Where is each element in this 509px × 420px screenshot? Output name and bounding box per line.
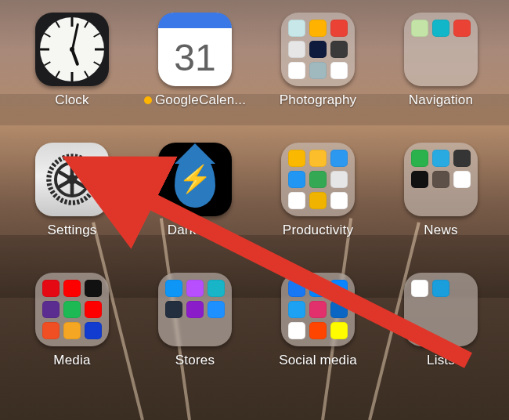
label-row: Settings [47,223,96,238]
app-item-navigation: Navigation [404,13,478,108]
app-label: Media [53,353,90,368]
app-label: Productivity [283,223,353,238]
label-row: Dark Sky [168,223,223,238]
label-row: Productivity [283,223,353,238]
svg-point-5 [67,175,77,184]
calendar-day: 31 [158,28,232,86]
app-item-photography: Photography [281,13,355,108]
media-folder[interactable] [35,273,109,346]
settings-app[interactable] [35,143,109,216]
notification-dot-icon [144,96,152,104]
label-row: Navigation [409,92,473,108]
app-label: GoogleCalen... [155,92,246,108]
label-row: GoogleCalen... [144,92,246,108]
label-row: Clock [55,92,89,108]
photography-folder[interactable] [281,13,355,86]
news-folder[interactable] [404,143,478,216]
app-item-media: Media [35,273,109,368]
app-label: Navigation [409,92,473,108]
app-label: Social media [279,353,357,368]
app-item-news: News [404,143,478,238]
label-row: Social media [279,353,357,368]
app-label: Clock [55,92,89,108]
app-grid: Clock31GoogleCalen...PhotographyNavigati… [35,13,478,368]
label-row: News [424,223,457,238]
home-screen: Clock31GoogleCalen...PhotographyNavigati… [0,0,509,420]
socialmedia-folder[interactable] [281,273,355,346]
label-row: Media [53,353,90,368]
app-label: Photography [280,92,357,108]
app-label: Lists [427,353,455,368]
app-item-stores: Stores [158,273,232,368]
label-row: Lists [427,353,455,368]
app-item-lists: Lists [404,273,478,368]
lists-folder[interactable] [404,273,478,346]
productivity-folder[interactable] [281,143,355,216]
navigation-folder[interactable] [404,13,478,86]
label-row: Stores [175,353,215,368]
clock-app[interactable] [35,13,109,86]
label-row: Photography [280,92,357,108]
app-item-gcal: 31GoogleCalen... [158,13,232,108]
darksky-app[interactable]: ⚡ [158,143,232,216]
app-item-darksky: ⚡Dark Sky [158,143,232,238]
app-label: Stores [175,353,215,368]
stores-folder[interactable] [158,273,232,346]
gcal-app[interactable]: 31 [158,13,232,86]
app-label: Dark Sky [168,223,223,238]
app-item-socialmedia: Social media [281,273,355,368]
app-item-clock: Clock [35,13,109,108]
app-item-settings: Settings [35,143,109,238]
app-label: News [424,223,457,238]
app-item-productivity: Productivity [281,143,355,238]
app-label: Settings [47,223,96,238]
